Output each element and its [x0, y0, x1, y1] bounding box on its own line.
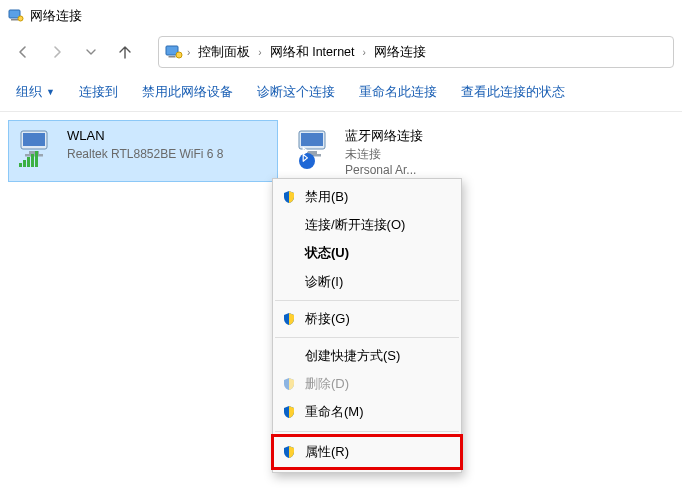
breadcrumb-sep-icon: ›: [187, 47, 190, 58]
svg-rect-16: [301, 133, 323, 146]
blank-icon: [281, 245, 297, 261]
window-icon: [8, 7, 24, 26]
rename-button[interactable]: 重命名此连接: [359, 83, 437, 101]
breadcrumb-sep-icon: ›: [363, 47, 366, 58]
adapter-name: WLAN: [67, 127, 224, 145]
up-button[interactable]: [110, 37, 140, 67]
adapter-device: Realtek RTL8852BE WiFi 6 8: [67, 146, 224, 162]
menu-label: 诊断(I): [305, 273, 343, 291]
recent-dropdown[interactable]: [76, 37, 106, 67]
menu-label: 连接/断开连接(O): [305, 216, 405, 234]
shield-icon: [281, 404, 297, 420]
adapter-status: 未连接: [345, 146, 423, 162]
svg-rect-4: [169, 56, 176, 58]
svg-point-2: [18, 16, 23, 21]
svg-point-5: [176, 52, 182, 58]
shield-icon: [281, 444, 297, 460]
adapter-item-bluetooth[interactable]: 蓝牙网络连接 未连接 Personal Ar...: [286, 120, 556, 182]
menu-label: 状态(U): [305, 244, 349, 262]
breadcrumb-network-connections[interactable]: 网络连接: [370, 42, 430, 63]
menu-connect-disconnect[interactable]: 连接/断开连接(O): [273, 211, 461, 239]
window-title: 网络连接: [30, 8, 82, 25]
blank-icon: [281, 274, 297, 290]
menu-bridge[interactable]: 桥接(G): [273, 305, 461, 333]
menu-label: 桥接(G): [305, 310, 350, 328]
bluetooth-adapter-icon: [293, 127, 337, 171]
wifi-adapter-icon: [15, 127, 59, 171]
diagnose-button[interactable]: 诊断这个连接: [257, 83, 335, 101]
breadcrumb-sep-icon: ›: [258, 47, 261, 58]
view-status-button[interactable]: 查看此连接的状态: [461, 83, 565, 101]
breadcrumb[interactable]: › 控制面板 › 网络和 Internet › 网络连接: [158, 36, 674, 68]
menu-label: 重命名(M): [305, 403, 364, 421]
breadcrumb-network-internet[interactable]: 网络和 Internet: [266, 42, 359, 63]
back-button[interactable]: [8, 37, 38, 67]
forward-button[interactable]: [42, 37, 72, 67]
svg-rect-13: [31, 154, 34, 167]
blank-icon: [281, 348, 297, 364]
menu-label: 属性(R): [305, 443, 349, 461]
svg-rect-10: [19, 163, 22, 167]
menu-separator: [275, 337, 459, 338]
shield-icon: [281, 311, 297, 327]
menu-disable[interactable]: 禁用(B): [273, 183, 461, 211]
blank-icon: [281, 217, 297, 233]
shield-icon: [281, 376, 297, 392]
breadcrumb-root-icon: [165, 42, 183, 63]
adapter-name: 蓝牙网络连接: [345, 127, 423, 145]
menu-status[interactable]: 状态(U): [273, 239, 461, 267]
menu-separator: [275, 300, 459, 301]
menu-create-shortcut[interactable]: 创建快捷方式(S): [273, 342, 461, 370]
menu-label: 禁用(B): [305, 188, 348, 206]
menu-rename[interactable]: 重命名(M): [273, 398, 461, 426]
adapter-context-menu: 禁用(B) 连接/断开连接(O) 状态(U) 诊断(I) 桥接(G) 创建快捷方…: [272, 178, 462, 473]
menu-label: 创建快捷方式(S): [305, 347, 400, 365]
chevron-down-icon: ▼: [46, 87, 55, 97]
command-bar: 组织 ▼ 连接到 禁用此网络设备 诊断这个连接 重命名此连接 查看此连接的状态: [0, 72, 682, 112]
organize-menu[interactable]: 组织 ▼: [16, 83, 55, 101]
menu-delete: 删除(D): [273, 370, 461, 398]
svg-rect-14: [35, 151, 38, 167]
adapter-device: Personal Ar...: [345, 162, 423, 178]
menu-label: 删除(D): [305, 375, 349, 393]
svg-point-19: [299, 153, 315, 169]
breadcrumb-control-panel[interactable]: 控制面板: [194, 42, 254, 63]
menu-separator: [275, 431, 459, 432]
svg-rect-1: [11, 19, 18, 21]
disable-device-button[interactable]: 禁用此网络设备: [142, 83, 233, 101]
organize-label: 组织: [16, 83, 42, 101]
svg-rect-12: [27, 157, 30, 167]
menu-properties[interactable]: 属性(R): [273, 436, 461, 468]
menu-diagnose[interactable]: 诊断(I): [273, 268, 461, 296]
connect-to-button[interactable]: 连接到: [79, 83, 118, 101]
svg-rect-11: [23, 160, 26, 167]
shield-icon: [281, 189, 297, 205]
svg-rect-7: [23, 133, 45, 146]
adapter-item-wlan[interactable]: WLAN Realtek RTL8852BE WiFi 6 8: [8, 120, 278, 182]
